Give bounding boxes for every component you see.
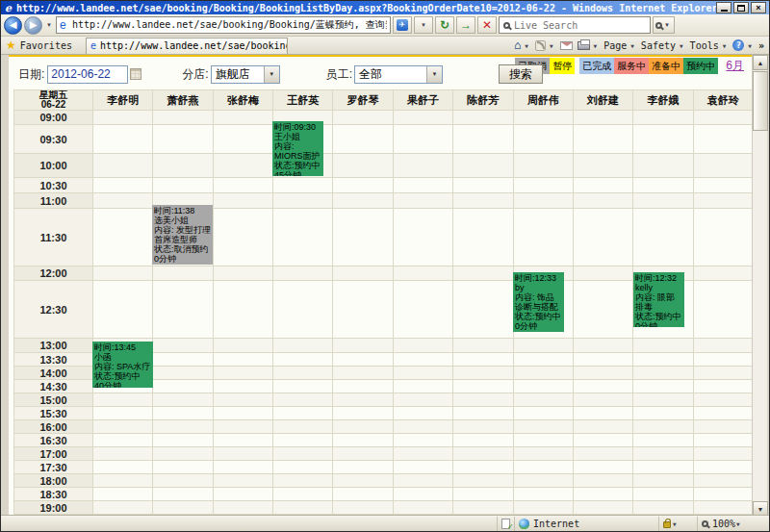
- schedule-cell[interactable]: [333, 353, 393, 367]
- favorites-button[interactable]: Favorites: [20, 40, 72, 51]
- schedule-cell[interactable]: [453, 488, 513, 501]
- schedule-cell[interactable]: [693, 488, 753, 501]
- schedule-cell[interactable]: [573, 154, 632, 178]
- schedule-cell[interactable]: [213, 281, 272, 339]
- schedule-cell[interactable]: [573, 193, 632, 209]
- back-button[interactable]: ◀: [4, 16, 22, 35]
- schedule-cell[interactable]: [273, 209, 333, 266]
- schedule-cell[interactable]: [393, 353, 452, 367]
- schedule-cell[interactable]: [453, 474, 513, 488]
- scroll-up-icon[interactable]: ▲: [753, 55, 768, 70]
- maximize-button[interactable]: [733, 2, 749, 13]
- schedule-cell[interactable]: [453, 339, 513, 353]
- schedule-cell[interactable]: [693, 380, 753, 393]
- schedule-cell[interactable]: [573, 434, 632, 447]
- schedule-cell[interactable]: [153, 178, 213, 193]
- schedule-cell[interactable]: [453, 434, 513, 447]
- search-options-dropdown-icon[interactable]: ▼: [662, 22, 672, 28]
- schedule-cell[interactable]: [633, 154, 693, 178]
- schedule-cell[interactable]: [573, 125, 632, 154]
- schedule-cell[interactable]: [573, 367, 632, 380]
- schedule-cell[interactable]: [93, 209, 153, 266]
- schedule-cell[interactable]: [213, 209, 272, 266]
- schedule-cell[interactable]: [633, 407, 693, 420]
- schedule-cell[interactable]: [213, 154, 272, 178]
- schedule-cell[interactable]: [453, 447, 513, 461]
- schedule-cell[interactable]: [693, 266, 753, 281]
- schedule-cell[interactable]: [573, 339, 632, 353]
- schedule-cell[interactable]: [153, 488, 213, 501]
- schedule-cell[interactable]: [393, 461, 452, 474]
- schedule-cell[interactable]: [153, 380, 213, 393]
- month-link[interactable]: 6月: [726, 58, 744, 74]
- schedule-cell[interactable]: [453, 380, 513, 393]
- schedule-cell[interactable]: [153, 154, 213, 178]
- scrollbar-thumb[interactable]: [753, 71, 768, 131]
- schedule-cell[interactable]: [573, 111, 632, 125]
- schedule-cell[interactable]: [333, 178, 393, 193]
- schedule-cell[interactable]: [573, 178, 632, 193]
- schedule-cell[interactable]: [93, 393, 153, 407]
- schedule-cell[interactable]: [633, 380, 693, 393]
- schedule-cell[interactable]: [573, 474, 632, 488]
- schedule-cell[interactable]: [213, 420, 272, 434]
- schedule-cell[interactable]: [513, 407, 573, 420]
- schedule-cell[interactable]: [93, 474, 153, 488]
- schedule-cell[interactable]: [633, 339, 693, 353]
- staff-select[interactable]: 全部 ▼: [354, 65, 443, 84]
- schedule-cell[interactable]: [93, 407, 153, 420]
- schedule-cell[interactable]: [93, 178, 153, 193]
- schedule-cell[interactable]: [573, 420, 632, 434]
- schedule-cell[interactable]: [513, 339, 573, 353]
- address-url[interactable]: http://www.landee.net/sae/booking/Bookin…: [72, 18, 387, 32]
- schedule-cell[interactable]: [333, 393, 393, 407]
- safety-menu[interactable]: Safety▼: [641, 40, 685, 51]
- schedule-cell[interactable]: [453, 353, 513, 367]
- schedule-cell[interactable]: [513, 209, 573, 266]
- schedule-cell[interactable]: [693, 434, 753, 447]
- schedule-cell[interactable]: [693, 111, 753, 125]
- schedule-cell[interactable]: [393, 266, 452, 281]
- schedule-cell[interactable]: [153, 474, 213, 488]
- schedule-cell[interactable]: [513, 488, 573, 501]
- schedule-cell[interactable]: [273, 266, 333, 281]
- chevron-down-icon[interactable]: ▼: [264, 66, 279, 83]
- schedule-cell[interactable]: [573, 266, 632, 281]
- schedule-cell[interactable]: [93, 154, 153, 178]
- search-go-button[interactable]: ▼: [653, 16, 675, 34]
- schedule-cell[interactable]: [693, 367, 753, 380]
- read-mail-button[interactable]: [560, 41, 573, 50]
- schedule-cell[interactable]: [513, 420, 573, 434]
- schedule-cell[interactable]: [393, 380, 452, 393]
- schedule-cell[interactable]: [573, 488, 632, 501]
- schedule-cell[interactable]: [333, 266, 393, 281]
- schedule-cell[interactable]: [633, 461, 693, 474]
- schedule-cell[interactable]: [393, 407, 452, 420]
- schedule-cell[interactable]: [513, 393, 573, 407]
- schedule-cell[interactable]: [273, 447, 333, 461]
- schedule-cell[interactable]: [213, 488, 272, 501]
- schedule-cell[interactable]: [573, 380, 632, 393]
- schedule-cell[interactable]: [333, 407, 393, 420]
- schedule-cell[interactable]: [153, 353, 213, 367]
- schedule-cell[interactable]: [93, 266, 153, 281]
- schedule-cell[interactable]: [513, 474, 573, 488]
- schedule-cell[interactable]: [153, 393, 213, 407]
- schedule-cell[interactable]: [513, 367, 573, 380]
- schedule-cell[interactable]: [93, 434, 153, 447]
- schedule-cell[interactable]: [273, 407, 333, 420]
- schedule-cell[interactable]: [453, 281, 513, 339]
- schedule-cell[interactable]: [513, 111, 573, 125]
- schedule-cell[interactable]: [693, 393, 753, 407]
- schedule-cell[interactable]: [453, 501, 513, 515]
- schedule-cell[interactable]: [693, 474, 753, 488]
- schedule-cell[interactable]: [633, 125, 693, 154]
- close-button[interactable]: ×: [751, 2, 766, 13]
- schedule-cell[interactable]: [393, 154, 452, 178]
- schedule-cell[interactable]: [153, 367, 213, 380]
- schedule-cell[interactable]: [633, 393, 693, 407]
- schedule-cell[interactable]: [333, 367, 393, 380]
- booking-event[interactable]: 时间:12:33by内容: 饰品诊断与搭配状态:预约中 0分钟: [513, 272, 564, 332]
- schedule-cell[interactable]: [393, 178, 452, 193]
- schedule-cell[interactable]: [573, 209, 632, 266]
